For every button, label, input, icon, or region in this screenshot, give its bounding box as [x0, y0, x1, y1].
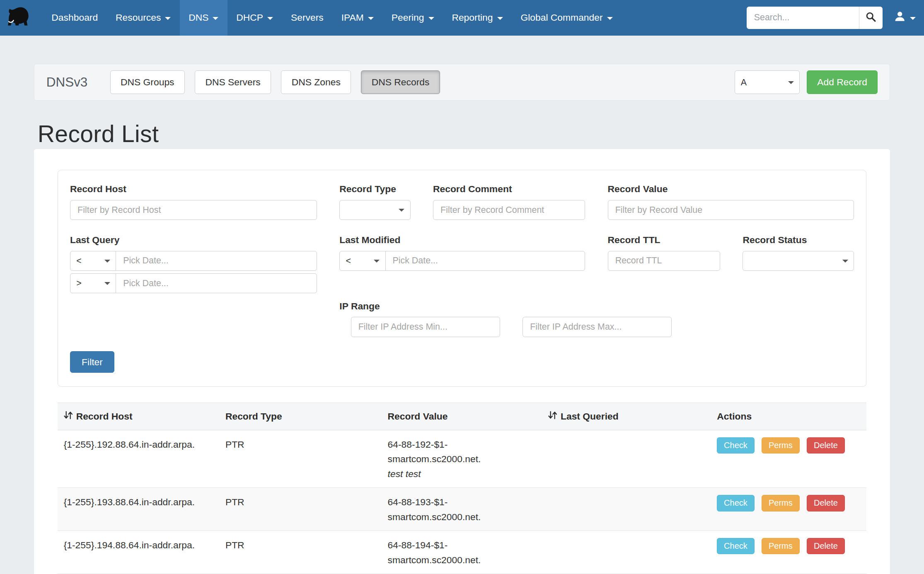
record-status-select[interactable]: [743, 251, 854, 271]
filter-row-1: Record Host Record Type Record Comment: [70, 183, 854, 220]
record-status-label: Record Status: [743, 234, 854, 246]
check-button[interactable]: Check: [717, 538, 754, 554]
cell-record-type: PTR: [225, 538, 388, 553]
toolbar-right: A Add Record: [735, 70, 878, 94]
record-host-input[interactable]: [70, 200, 317, 220]
dnsv3-toolbar: DNSv3 DNS Groups DNS Servers DNS Zones D…: [34, 64, 890, 101]
header-record-value: Record Value: [388, 411, 548, 422]
delete-button[interactable]: Delete: [807, 437, 844, 453]
cell-record-value: 64-88-192-$1-smartcom.sc2000.net. test t…: [388, 437, 548, 482]
last-query-op2-select[interactable]: >: [70, 273, 116, 294]
nav-item-dhcp[interactable]: DHCP: [227, 0, 282, 36]
filter-row-2: Last Query < >: [70, 234, 854, 296]
tab-dns-servers[interactable]: DNS Servers: [195, 70, 271, 94]
cell-record-value: 64-88-193-$1-smartcom.sc2000.net.: [388, 495, 548, 524]
nav-label: DNS: [189, 12, 208, 23]
record-comment-input[interactable]: [433, 200, 585, 220]
record-type-filter-select[interactable]: [339, 200, 410, 220]
app-logo[interactable]: [0, 0, 38, 36]
last-query-op1-wrap: <: [70, 251, 116, 271]
last-query-label: Last Query: [70, 234, 317, 246]
delete-button[interactable]: Delete: [807, 538, 844, 554]
table-row: {1-255}.193.88.64.in-addr.arpa. PTR 64-8…: [58, 488, 866, 531]
mammoth-icon: [5, 3, 33, 33]
last-query-date-max-input[interactable]: [116, 273, 317, 294]
nav-label: Reporting: [452, 12, 493, 23]
nav-item-dns[interactable]: DNS: [180, 0, 227, 36]
header-last-queried[interactable]: Last Queried: [548, 410, 712, 422]
record-type-select[interactable]: A: [735, 70, 800, 94]
nav-item-dashboard[interactable]: Dashboard: [43, 0, 107, 36]
header-record-host[interactable]: Record Host: [58, 410, 225, 422]
record-type-label: Record Type: [339, 183, 410, 195]
ip-range-min-input[interactable]: [351, 317, 500, 337]
filter-button[interactable]: Filter: [70, 351, 114, 372]
header-record-type: Record Type: [225, 411, 388, 422]
record-ttl-input[interactable]: [608, 251, 721, 271]
content-card: Record Host Record Type Record Comment: [34, 149, 890, 574]
table-header: Record Host Record Type Record Value Las…: [58, 403, 866, 430]
header-actions: Actions: [712, 411, 866, 422]
nav-item-global-commander[interactable]: Global Commander: [512, 0, 622, 36]
record-comment-text: test test: [388, 467, 548, 482]
tab-dns-groups[interactable]: DNS Groups: [110, 70, 185, 94]
header-label: Record Host: [76, 411, 133, 422]
cell-record-type: PTR: [225, 495, 388, 510]
chevron-down-icon: [607, 17, 613, 20]
cell-record-host: {1-255}.192.88.64.in-addr.arpa.: [58, 437, 225, 452]
tab-dns-records[interactable]: DNS Records: [361, 70, 440, 94]
nav-item-resources[interactable]: Resources: [107, 0, 180, 36]
records-table: Record Host Record Type Record Value Las…: [58, 403, 866, 574]
delete-button[interactable]: Delete: [807, 495, 844, 511]
search-button[interactable]: [859, 7, 883, 29]
add-record-button[interactable]: Add Record: [807, 70, 878, 94]
record-type-filter-wrap: [339, 200, 410, 220]
search-input[interactable]: [747, 7, 859, 29]
record-status-wrap: [743, 251, 854, 271]
dns-records-page: Dashboard Resources DNS DHCP Servers IPA…: [0, 0, 924, 574]
record-host-label: Record Host: [70, 183, 317, 195]
cell-record-value: 64-88-194-$1-smartcom.sc2000.net.: [388, 538, 548, 567]
last-modified-label: Last Modified: [339, 234, 585, 246]
user-menu[interactable]: [893, 10, 916, 25]
table-body: {1-255}.192.88.64.in-addr.arpa. PTR 64-8…: [58, 430, 866, 574]
nav-label: Servers: [291, 12, 324, 23]
ip-range-block: IP Range: [339, 301, 854, 337]
cell-record-host: {1-255}.193.88.64.in-addr.arpa.: [58, 495, 225, 510]
tab-dns-zones[interactable]: DNS Zones: [281, 70, 351, 94]
perms-button[interactable]: Perms: [762, 538, 799, 554]
last-modified-op-select[interactable]: <: [339, 251, 386, 271]
sort-icon: [64, 410, 73, 422]
ip-range-label: IP Range: [339, 301, 854, 312]
perms-button[interactable]: Perms: [762, 495, 799, 511]
chevron-down-icon: [497, 17, 503, 20]
ip-range-max-input[interactable]: [522, 317, 672, 337]
nav-label: DHCP: [236, 12, 263, 23]
record-value-input[interactable]: [608, 200, 854, 220]
chevron-down-icon: [213, 17, 218, 20]
nav-item-ipam[interactable]: IPAM: [332, 0, 382, 36]
last-query-op1-select[interactable]: <: [70, 251, 116, 271]
nav-label: Global Commander: [520, 12, 602, 23]
filter-panel: Record Host Record Type Record Comment: [58, 170, 866, 386]
record-ttl-label: Record TTL: [608, 234, 721, 246]
perms-button[interactable]: Perms: [762, 437, 799, 453]
check-button[interactable]: Check: [717, 495, 754, 511]
chevron-down-icon: [910, 17, 916, 20]
last-query-op2-wrap: >: [70, 273, 116, 294]
cell-record-type: PTR: [225, 437, 388, 452]
top-navbar: Dashboard Resources DNS DHCP Servers IPA…: [0, 0, 924, 36]
header-label: Last Queried: [561, 411, 619, 422]
nav-item-reporting[interactable]: Reporting: [443, 0, 512, 36]
record-value-label: Record Value: [608, 183, 854, 195]
last-query-date-min-input[interactable]: [116, 251, 317, 271]
nav-item-peering[interactable]: Peering: [382, 0, 443, 36]
record-type-select-wrap: A: [735, 70, 800, 94]
chevron-down-icon: [368, 17, 374, 20]
last-modified-date-input[interactable]: [385, 251, 585, 271]
record-comment-label: Record Comment: [433, 183, 585, 195]
cell-record-host: {1-255}.194.88.64.in-addr.arpa.: [58, 538, 225, 553]
check-button[interactable]: Check: [717, 437, 754, 453]
sort-icon: [548, 410, 557, 422]
nav-item-servers[interactable]: Servers: [282, 0, 333, 36]
